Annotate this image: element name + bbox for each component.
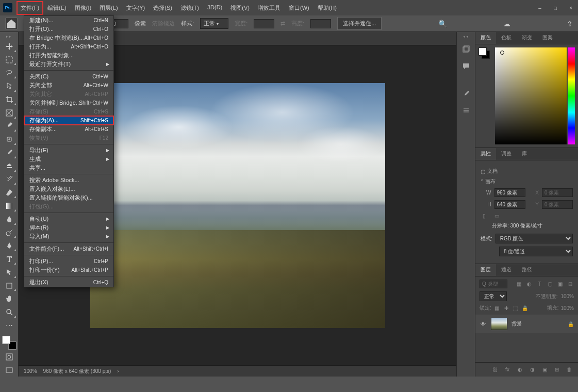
tab-layers[interactable]: 图层 (475, 264, 496, 276)
statusbar-chevron-icon[interactable]: › (117, 368, 119, 374)
filter-type-icon[interactable]: T (536, 281, 543, 288)
visibility-toggle-icon[interactable]: 👁 (480, 321, 487, 327)
menu-item-[interactable]: 共享... (24, 164, 113, 172)
menu-item-[interactable]: 存储副本...Alt+Ctrl+S (24, 125, 113, 134)
menu-item-c[interactable]: 关闭(C)Ctrl+W (24, 72, 113, 81)
gradient-tool[interactable] (2, 200, 16, 212)
canvas-x-input[interactable] (542, 188, 573, 197)
menu-window[interactable]: 窗口(W) (285, 1, 313, 15)
tab-libraries[interactable]: 库 (517, 148, 532, 160)
menu-layer[interactable]: 图层(L) (95, 1, 122, 15)
layer-filter-input[interactable] (480, 280, 507, 288)
comments-panel-icon[interactable] (460, 60, 472, 72)
dock-grip[interactable]: ◂◂ (459, 34, 473, 39)
frame-tool[interactable] (2, 107, 16, 119)
tab-patterns[interactable]: 图案 (537, 32, 558, 44)
edit-toolbar[interactable]: ⋯ (2, 319, 16, 332)
canvas-section[interactable]: ˅ 画布 (481, 178, 573, 185)
menu-item-bridge[interactable]: 关闭并转到 Bridge...Shift+Ctrl+W (24, 99, 113, 107)
menu-item-[interactable]: 关闭全部Alt+Ctrl+W (24, 81, 113, 90)
menu-item-o[interactable]: 打开(O)...Ctrl+O (24, 25, 113, 34)
select-and-mask-button[interactable]: 选择并遮住... (337, 17, 382, 30)
lasso-tool[interactable] (2, 67, 16, 79)
layer-fx-icon[interactable]: fx (504, 366, 511, 373)
search-icon[interactable]: 🔍 (438, 20, 447, 28)
blend-mode-select[interactable]: 正常 (480, 291, 507, 301)
tab-channels[interactable]: 通道 (496, 264, 517, 276)
window-minimize[interactable]: – (536, 5, 544, 11)
crop-tool[interactable] (2, 93, 16, 106)
bit-depth-select[interactable]: 8 位/通道 (499, 247, 573, 256)
menu-item-[interactable]: 打开为智能对象... (24, 51, 113, 60)
menu-edit[interactable]: 编辑(E) (43, 1, 71, 15)
lock-pixels-icon[interactable]: ▦ (493, 304, 501, 312)
menu-item-y[interactable]: 打印一份(Y)Alt+Shift+Ctrl+P (24, 266, 113, 274)
home-icon[interactable] (5, 18, 18, 30)
menu-item-x[interactable]: 退出(X)Ctrl+Q (24, 278, 113, 287)
menu-item-u[interactable]: 自动(U)▶ (24, 215, 113, 223)
new-group-icon[interactable]: ▣ (541, 366, 548, 373)
cloud-icon[interactable]: ☁ (503, 20, 510, 28)
menu-help[interactable]: 帮助(H) (313, 1, 341, 15)
menu-item-n[interactable]: 新建(N)...Ctrl+N (24, 16, 113, 25)
lock-all-icon[interactable]: 🔒 (521, 304, 529, 312)
menu-item-a[interactable]: 存储为(A)...Shift+Ctrl+S (24, 116, 113, 125)
tab-properties[interactable]: 属性 (475, 148, 496, 160)
delete-layer-icon[interactable]: 🗑 (566, 366, 573, 373)
doc-info[interactable]: 960 像素 x 640 像素 (300 ppi) (43, 368, 111, 375)
menu-image[interactable]: 图像(I) (71, 1, 95, 15)
hue-slider[interactable] (568, 47, 575, 144)
menu-item-r[interactable]: 脚本(R)▶ (24, 223, 113, 232)
clone-stamp-tool[interactable] (2, 160, 16, 172)
menu-item-[interactable]: 打开为...Alt+Shift+Ctrl+O (24, 42, 113, 51)
shape-tool[interactable] (2, 280, 16, 292)
share-icon[interactable]: ⇪ (567, 20, 573, 28)
new-layer-icon[interactable]: ⊞ (553, 366, 560, 373)
lock-position-icon[interactable]: ✚ (503, 304, 510, 312)
filter-toggle-icon[interactable]: ⊟ (567, 281, 574, 288)
filter-smart-icon[interactable]: ▣ (556, 281, 564, 288)
path-select-tool[interactable] (2, 266, 16, 279)
color-swatches[interactable] (2, 336, 16, 350)
toolbar-grip[interactable]: ▸▸ (2, 34, 16, 39)
menu-item-f[interactable]: 文件简介(F)...Alt+Shift+Ctrl+I (24, 244, 113, 253)
menu-filter[interactable]: 滤镜(T) (176, 1, 203, 15)
add-mask-icon[interactable]: ◐ (516, 366, 523, 373)
eyedropper-tool[interactable] (2, 120, 16, 133)
pen-tool[interactable] (2, 239, 16, 252)
tab-swatches[interactable]: 色板 (496, 32, 517, 44)
tab-color[interactable]: 颜色 (475, 32, 496, 44)
link-layers-icon[interactable]: ⛓ (491, 366, 499, 373)
tab-paths[interactable]: 路径 (517, 264, 537, 276)
move-tool[interactable] (2, 40, 16, 53)
menu-item-[interactable]: 生成▶ (24, 155, 113, 164)
window-close[interactable]: × (567, 5, 575, 11)
layer-name[interactable]: 背景 (511, 320, 564, 328)
layer-row[interactable]: 👁 背景 🔒 (475, 315, 578, 333)
swap-icon[interactable]: ⇄ (280, 20, 285, 27)
window-maximize[interactable]: □ (551, 5, 559, 11)
add-adjustment-icon[interactable]: ◑ (529, 366, 536, 373)
history-brush-tool[interactable] (2, 173, 16, 186)
menu-item-l[interactable]: 置入嵌入对象(L)... (24, 185, 113, 193)
blur-tool[interactable] (2, 213, 16, 225)
orientation-portrait-icon[interactable]: ▯ (481, 212, 488, 219)
marquee-tool[interactable] (2, 54, 16, 66)
menu-plugins[interactable]: 增效工具 (254, 1, 285, 15)
history-panel-icon[interactable] (460, 43, 472, 56)
brush-tool[interactable] (2, 146, 16, 159)
eraser-tool[interactable] (2, 186, 16, 199)
menu-select[interactable]: 选择(S) (149, 1, 176, 15)
menu-item-e[interactable]: 导出(E)▶ (24, 146, 113, 155)
filter-adjust-icon[interactable]: ◐ (525, 281, 533, 288)
brushes-panel-icon[interactable] (460, 88, 472, 100)
filter-shape-icon[interactable]: ▢ (546, 281, 553, 288)
color-picker[interactable] (495, 47, 567, 144)
menu-item-k[interactable]: 置入链接的智能对象(K)... (24, 193, 113, 202)
hand-tool[interactable] (2, 292, 16, 305)
quickmask-toggle[interactable] (2, 351, 16, 363)
canvas-width-input[interactable] (494, 188, 525, 197)
quick-select-tool[interactable] (2, 80, 16, 92)
zoom-tool[interactable] (2, 306, 16, 318)
menu-item-m[interactable]: 导入(M)▶ (24, 232, 113, 241)
